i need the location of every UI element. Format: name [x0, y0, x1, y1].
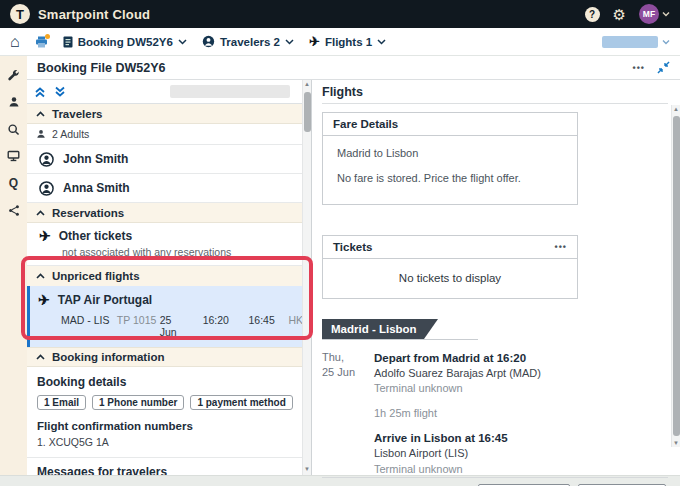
- right-panel-scrollbar[interactable]: ▲ ▼: [671, 105, 680, 447]
- document-icon: [63, 36, 73, 48]
- fare-details-title: Fare Details: [323, 113, 577, 136]
- traveler-profile-icon[interactable]: [7, 95, 21, 109]
- arrive-airport: Lisbon Airport (LIS): [374, 446, 668, 461]
- collapse-all-icon[interactable]: [34, 86, 46, 98]
- agency-selector[interactable]: [602, 36, 670, 48]
- travelers-count: 2 Adults: [52, 128, 89, 140]
- depart-airport: Adolfo Suarez Barajas Arpt (MAD): [374, 366, 668, 381]
- depart-time: 16:20: [203, 314, 249, 338]
- chevron-down-icon: [285, 39, 294, 45]
- depart-title: Depart from Madrid at 16:20: [374, 350, 668, 366]
- other-tickets-note: not associated with any reservations: [62, 246, 299, 258]
- top-bar: T Smartpoint Cloud ? ⚙ MF: [0, 0, 680, 28]
- arrive-title: Arrive in Lisbon at 16:45: [374, 430, 668, 446]
- depart-terminal: Terminal unknown: [374, 381, 668, 396]
- scroll-down-icon[interactable]: ▼: [304, 465, 310, 473]
- flight-duration: 1h 25m flight: [374, 406, 668, 421]
- flights-panel-title: Flights: [322, 80, 668, 104]
- segment-date: 25 Jun: [322, 365, 374, 380]
- unpriced-flight-card[interactable]: ✈ TAP Air Portugal MAD - LIS TP 1015 25 …: [27, 286, 311, 347]
- segment-banner-wrap: Madrid - Lisbon: [322, 319, 478, 340]
- segment-day: Thu,: [322, 350, 374, 365]
- booking-file-header: Booking File DW52Y6 •••: [27, 56, 680, 80]
- scroll-up-icon[interactable]: ▲: [304, 80, 310, 88]
- record-nav-bar: ⌂ Booking DW52Y6 Travelers 2 ✈ Flights 1: [0, 28, 680, 56]
- section-reservations[interactable]: Reservations: [27, 203, 311, 223]
- more-options-icon[interactable]: •••: [633, 63, 645, 73]
- section-travelers[interactable]: Travelers: [27, 104, 311, 124]
- plane-icon: ✈: [309, 35, 320, 48]
- arrive-terminal: Terminal unknown: [374, 462, 668, 477]
- flight-number: TP 1015: [117, 314, 160, 338]
- help-icon[interactable]: ?: [585, 7, 600, 22]
- person-circle-icon: [39, 181, 54, 196]
- other-tickets-label: Other tickets: [59, 229, 132, 243]
- tab-travelers-label: Travelers 2: [220, 36, 280, 48]
- print-icon[interactable]: [35, 36, 48, 48]
- chevron-up-icon: [36, 354, 45, 360]
- share-icon[interactable]: [7, 203, 21, 217]
- collapse-panel-icon[interactable]: [657, 61, 670, 74]
- tab-travelers[interactable]: Travelers 2: [202, 35, 294, 48]
- email-badge[interactable]: 1 Email: [37, 395, 86, 410]
- scroll-up-icon[interactable]: ▲: [673, 105, 679, 113]
- scroll-down-icon[interactable]: ▼: [673, 439, 679, 447]
- tickets-card: Tickets ••• No tickets to display: [322, 235, 578, 299]
- redacted-agency-name: [602, 36, 658, 48]
- section-unpriced-flights-label: Unpriced flights: [52, 270, 140, 282]
- chevron-up-icon: [36, 273, 45, 279]
- messages-title: Messages for travelers: [37, 465, 301, 475]
- expand-all-icon[interactable]: [54, 86, 66, 98]
- scrollbar-thumb[interactable]: [673, 116, 680, 436]
- tools-wrench-icon[interactable]: [7, 68, 21, 82]
- section-unpriced-flights[interactable]: Unpriced flights: [27, 266, 311, 286]
- queue-search-icon[interactable]: Q: [7, 176, 21, 190]
- carrier-name: TAP Air Portugal: [58, 293, 152, 307]
- notification-dot: [45, 34, 50, 39]
- booking-details-title: Booking details: [37, 375, 301, 389]
- person-circle-icon: [202, 35, 215, 48]
- segment-banner: Madrid - Lisbon: [322, 319, 438, 339]
- payment-badge[interactable]: 1 payment method: [190, 395, 292, 410]
- redacted-field: [170, 85, 290, 98]
- travelport-logo-icon: T: [10, 4, 30, 24]
- terminal-icon[interactable]: [7, 149, 21, 163]
- settings-gear-icon[interactable]: ⚙: [613, 7, 626, 22]
- divider: [27, 457, 311, 458]
- flights-panel: Flights Fare Details Madrid to Lisbon No…: [312, 80, 680, 475]
- scrollbar-thumb[interactable]: [304, 92, 311, 132]
- travelers-count-row: 2 Adults: [27, 124, 311, 145]
- confirmation-number-value: 1. XCUQ5G 1A: [37, 436, 301, 448]
- flight-date: 25 Jun: [160, 314, 190, 338]
- chevron-down-icon: [377, 39, 386, 45]
- tickets-more-options-icon[interactable]: •••: [555, 242, 567, 252]
- tab-booking[interactable]: Booking DW52Y6: [63, 36, 187, 48]
- fare-route: Madrid to Lisbon: [337, 147, 563, 159]
- tab-flights[interactable]: ✈ Flights 1: [309, 35, 386, 48]
- page-title: Booking File DW52Y6: [37, 61, 166, 75]
- fare-message: No fare is stored. Price the flight offe…: [337, 172, 563, 184]
- flight-actions: Change flight Cancel flight: [322, 477, 668, 486]
- section-booking-information-label: Booking information: [52, 351, 164, 363]
- home-icon[interactable]: ⌂: [10, 34, 20, 50]
- status-code: HK: [288, 314, 303, 338]
- plane-icon: ✈: [38, 293, 50, 307]
- other-tickets-row[interactable]: ✈ Other tickets not associated with any …: [27, 223, 311, 266]
- user-menu[interactable]: MF: [639, 4, 670, 24]
- chevron-up-icon: [36, 111, 45, 117]
- traveler-row[interactable]: John Smith: [27, 145, 311, 174]
- arrive-time: 16:45: [249, 314, 289, 338]
- traveler-row[interactable]: Anna Smith: [27, 174, 311, 203]
- section-booking-information[interactable]: Booking information: [27, 347, 311, 367]
- tab-booking-label: Booking DW52Y6: [78, 36, 173, 48]
- avatar[interactable]: MF: [639, 4, 659, 24]
- tickets-title: Tickets: [333, 241, 372, 253]
- smartpoint-cloud-app: T Smartpoint Cloud ? ⚙ MF ⌂ Booking DW52…: [0, 0, 680, 486]
- summary-toolbar: [27, 80, 311, 104]
- phone-badge[interactable]: 1 Phone number: [92, 395, 184, 410]
- traveler-name: Anna Smith: [63, 181, 130, 195]
- person-circle-icon: [39, 152, 54, 167]
- search-icon[interactable]: [7, 122, 21, 136]
- left-panel-scrollbar[interactable]: ▲ ▼: [302, 80, 311, 475]
- tool-rail: Q: [0, 56, 27, 475]
